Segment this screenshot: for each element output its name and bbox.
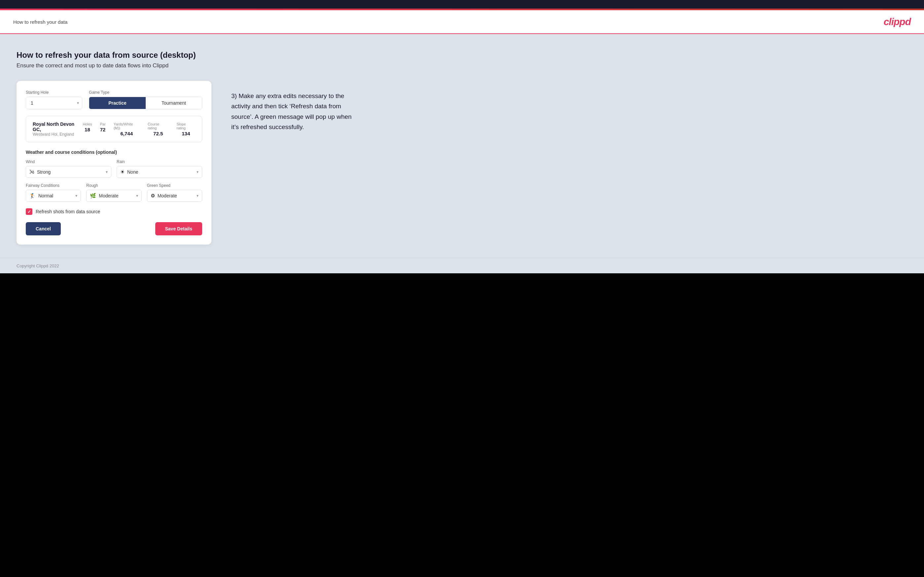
header: How to refresh your data clippd [0,10,924,34]
holes-label: Holes [82,122,92,126]
rough-group: Rough 🌿 Moderate ▾ [86,183,141,202]
page-heading: How to refresh your data from source (de… [16,50,908,60]
refresh-label: Refresh shots from data source [36,209,100,214]
rough-chevron-icon: ▾ [136,193,138,198]
cancel-button[interactable]: Cancel [26,222,61,235]
fairway-select-wrapper: 🏌 Normal ▾ [26,190,81,202]
rain-select[interactable]: None [127,169,197,175]
rain-label: Rain [116,160,202,164]
stat-yards: Yards/White (M)) 6,744 [114,122,140,136]
course-rating-value: 72.5 [153,131,163,136]
slope-value: 134 [182,131,190,136]
green-speed-label: Green Speed [147,183,202,188]
course-name: Royal North Devon GC, [33,121,82,132]
logo: clippd [884,16,911,27]
fairway-group: Fairway Conditions 🏌 Normal ▾ [26,183,81,202]
content-area: Starting Hole 1 ▾ Game Type Practice Tou… [16,81,908,245]
fairway-chevron-icon: ▾ [75,193,77,198]
conditions-row2: Fairway Conditions 🏌 Normal ▾ Rough 🌿 [26,183,202,202]
game-type-label: Game Type [89,90,202,95]
stat-course-rating: Course rating 72.5 [148,122,169,136]
rough-icon: 🌿 [90,193,96,199]
par-label: Par [100,122,106,126]
wind-chevron-icon: ▾ [106,170,108,174]
green-speed-select[interactable]: Moderate [158,193,197,198]
course-rating-label: Course rating [148,122,169,130]
top-form-row: Starting Hole 1 ▾ Game Type Practice Tou… [26,90,202,109]
rain-select-wrapper: ☀ None ▾ [116,166,202,178]
wind-group: Wind 🌬 Strong ▾ [26,160,111,178]
wind-select[interactable]: Strong [37,169,106,175]
rain-icon: ☀ [120,169,124,175]
wind-rain-row: Wind 🌬 Strong ▾ Rain ☀ None [26,160,202,178]
course-info: Royal North Devon GC, Westward Hol, Engl… [33,121,82,137]
stat-par: Par 72 [100,122,106,136]
form-card: Starting Hole 1 ▾ Game Type Practice Tou… [16,81,212,245]
course-location: Westward Hol, England [33,132,82,137]
rough-select[interactable]: Moderate [99,193,136,198]
starting-hole-select[interactable]: 1 [26,97,82,109]
yards-value: 6,744 [120,131,133,136]
stat-slope: Slope rating 134 [176,122,195,136]
rain-chevron-icon: ▾ [197,170,199,174]
page-subtitle: Ensure the correct and most up to date d… [16,62,908,69]
save-button[interactable]: Save Details [155,222,202,235]
rain-group: Rain ☀ None ▾ [116,160,202,178]
wind-select-wrapper: 🌬 Strong ▾ [26,166,111,177]
rough-select-wrapper: 🌿 Moderate ▾ [86,190,141,202]
conditions-title: Weather and course conditions (optional) [26,150,202,155]
side-description-text: 3) Make any extra edits necessary to the… [231,91,357,132]
slope-label: Slope rating [176,122,195,130]
game-type-buttons: Practice Tournament [89,97,202,109]
green-speed-select-wrapper: ⚙ Moderate ▾ [147,190,202,202]
header-title: How to refresh your data [13,19,68,25]
top-bar [0,0,924,8]
refresh-checkbox[interactable]: ✓ [26,208,32,215]
green-speed-chevron-icon: ▾ [197,193,199,198]
green-speed-icon: ⚙ [151,193,155,199]
green-speed-group: Green Speed ⚙ Moderate ▾ [147,183,202,202]
starting-hole-group: Starting Hole 1 ▾ [26,90,82,109]
footer: Copyright Clippd 2022 [0,258,924,273]
wind-label: Wind [26,160,111,164]
fairway-select[interactable]: Normal [38,193,75,198]
checkbox-row: ✓ Refresh shots from data source [26,208,202,215]
wind-icon: 🌬 [29,169,34,175]
tournament-btn[interactable]: Tournament [146,97,202,109]
button-row: Cancel Save Details [26,222,202,235]
fairway-icon: 🏌 [29,193,36,199]
stat-holes: Holes 18 [82,122,92,136]
yards-label: Yards/White (M)) [114,122,140,130]
course-stats: Holes 18 Par 72 Yards/White (M)) 6,744 C… [82,122,195,136]
checkmark-icon: ✓ [27,210,31,214]
fairway-label: Fairway Conditions [26,183,81,188]
holes-value: 18 [84,127,90,132]
rough-label: Rough [86,183,141,188]
main-content: How to refresh your data from source (de… [0,34,924,258]
starting-hole-select-wrapper: 1 ▾ [26,97,82,109]
practice-btn[interactable]: Practice [89,97,145,109]
game-type-group: Game Type Practice Tournament [89,90,202,109]
side-description: 3) Make any extra edits necessary to the… [231,81,357,132]
starting-hole-label: Starting Hole [26,90,82,95]
par-value: 72 [100,127,106,132]
course-card: Royal North Devon GC, Westward Hol, Engl… [26,116,202,142]
footer-copyright: Copyright Clippd 2022 [16,263,59,268]
